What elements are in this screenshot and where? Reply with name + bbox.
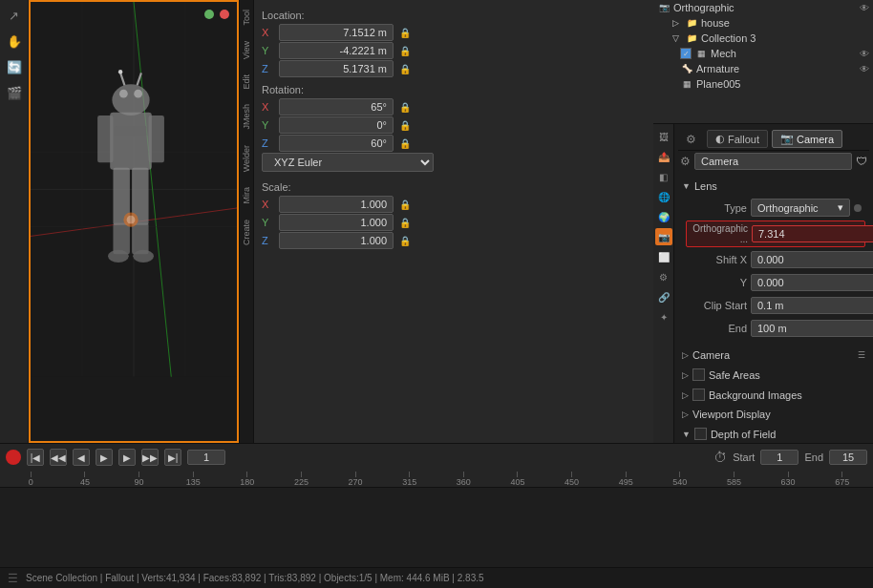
rotation-z-row: Z 🔒 bbox=[262, 135, 646, 152]
current-frame-input[interactable] bbox=[187, 450, 225, 465]
scale-z-input[interactable] bbox=[279, 232, 394, 249]
skip-start-button[interactable]: |◀ bbox=[27, 449, 44, 466]
lock-icon-sx: 🔒 bbox=[399, 200, 411, 210]
location-y-input[interactable] bbox=[279, 42, 394, 59]
type-dot[interactable] bbox=[854, 204, 862, 212]
ruler-marks: 0 45 90 135 180 225 270 315 360 405 450 … bbox=[4, 472, 869, 487]
record-button[interactable] bbox=[6, 450, 21, 465]
mesh-icon-mech: ▦ bbox=[694, 47, 708, 60]
physics-icon[interactable]: ⚙ bbox=[655, 268, 672, 285]
svg-point-23 bbox=[108, 250, 129, 262]
eye-icon-mech[interactable]: 👁 bbox=[860, 49, 869, 59]
next-frame-button[interactable]: ▶▶ bbox=[141, 449, 159, 466]
select-tool-icon[interactable]: ↗ bbox=[3, 4, 26, 27]
dof-header[interactable]: ▼ Depth of Field bbox=[678, 425, 869, 443]
shift-x-label: Shift X bbox=[690, 254, 747, 265]
object-icon[interactable]: ⬜ bbox=[655, 248, 672, 265]
start-frame-input[interactable] bbox=[760, 450, 798, 465]
cam-name-field[interactable]: Camera bbox=[694, 153, 852, 170]
mech-checkbox[interactable]: ✓ bbox=[680, 48, 692, 59]
safe-areas-header[interactable]: ▷ Safe Areas bbox=[678, 366, 869, 384]
ruler-mark-0: 0 bbox=[4, 472, 58, 487]
bg-images-header[interactable]: ▷ Background Images bbox=[678, 386, 869, 404]
scale-y-input[interactable] bbox=[279, 214, 394, 231]
tabs-strip: ⚙ ◐ Fallout 📷 Camera bbox=[678, 128, 869, 151]
skip-end-button[interactable]: ▶| bbox=[164, 449, 181, 466]
clip-start-input[interactable] bbox=[751, 297, 873, 314]
timeline-ruler: 0 45 90 135 180 225 270 315 360 405 450 … bbox=[0, 471, 873, 488]
view-layer-icon[interactable]: ◧ bbox=[655, 168, 672, 185]
location-y-row: Y 🔒 bbox=[262, 42, 646, 59]
viewport[interactable] bbox=[29, 0, 239, 443]
outliner-label-orthographic: Orthographic bbox=[673, 2, 735, 13]
settings-icon[interactable]: ⚙ bbox=[682, 131, 699, 148]
ruler-mark-450: 450 bbox=[544, 472, 599, 487]
cam-menu-icon[interactable]: ☰ bbox=[858, 350, 865, 360]
svg-line-20 bbox=[120, 73, 124, 85]
x-label: X bbox=[262, 27, 275, 38]
mode-tool[interactable]: Tool bbox=[240, 2, 253, 33]
play-button[interactable]: ▶ bbox=[96, 449, 113, 466]
location-x-input[interactable] bbox=[279, 24, 394, 41]
camera-tool-icon[interactable]: 🎬 bbox=[3, 81, 26, 104]
constraints-icon[interactable]: 🔗 bbox=[655, 288, 672, 305]
rotation-mode-select[interactable]: XYZ Euler bbox=[262, 153, 434, 172]
tab-fallout[interactable]: ◐ Fallout bbox=[707, 130, 768, 148]
ortho-value-input[interactable] bbox=[752, 225, 873, 242]
clip-end-input[interactable] bbox=[751, 320, 873, 337]
mode-welder[interactable]: Welder bbox=[240, 137, 253, 179]
mode-view[interactable]: View bbox=[240, 33, 253, 67]
type-dropdown[interactable]: Orthographic ▾ bbox=[751, 199, 850, 217]
outliner-item-mech[interactable]: ✓ ▦ Mech 👁 bbox=[653, 46, 873, 61]
end-frame-input[interactable] bbox=[829, 450, 867, 465]
scale-x-input[interactable] bbox=[279, 196, 394, 213]
mode-edit[interactable]: Edit bbox=[240, 67, 253, 97]
grab-tool-icon[interactable]: ✋ bbox=[3, 30, 26, 52]
world-icon[interactable]: 🌍 bbox=[655, 208, 672, 225]
rotation-z-input[interactable] bbox=[279, 135, 394, 152]
rotation-y-input[interactable] bbox=[279, 116, 394, 134]
right-column: 📷 Orthographic 👁 ▷ 📁 house ▽ 📁 Collectio… bbox=[653, 0, 873, 443]
fallout-tab-label: Fallout bbox=[728, 134, 759, 145]
scene-icon[interactable]: 🌐 bbox=[655, 188, 672, 205]
rotation-x-input[interactable] bbox=[279, 98, 394, 116]
rotate-tool-icon[interactable]: 🔄 bbox=[3, 55, 26, 78]
mode-mira[interactable]: Mira bbox=[240, 179, 253, 212]
location-z-input[interactable] bbox=[279, 60, 394, 77]
outliner-item-plane005[interactable]: ▦ Plane005 bbox=[653, 76, 873, 92]
outliner-item-house[interactable]: ▷ 📁 house bbox=[653, 15, 873, 31]
viewport-display-header[interactable]: ▷ Viewport Display bbox=[678, 406, 869, 423]
cam-header-icon: ⚙ bbox=[680, 155, 691, 168]
eye-icon-orthographic[interactable]: 👁 bbox=[860, 3, 869, 13]
ruler-mark-90: 90 bbox=[112, 472, 166, 487]
dof-checkbox[interactable] bbox=[694, 428, 707, 440]
eye-icon-armature[interactable]: 👁 bbox=[860, 64, 869, 74]
next-keyframe-button[interactable]: ▶ bbox=[118, 449, 136, 466]
timeline-body[interactable] bbox=[0, 488, 873, 567]
camera-collapse-header[interactable]: ▷ Camera ☰ bbox=[678, 346, 869, 364]
lock-icon: 🔒 bbox=[399, 28, 411, 38]
shift-x-input[interactable] bbox=[751, 251, 873, 268]
safe-areas-checkbox[interactable] bbox=[692, 368, 705, 381]
outliner-item-armature[interactable]: 🦴 Armature 👁 bbox=[653, 61, 873, 76]
tab-camera[interactable]: 📷 Camera bbox=[772, 130, 842, 148]
particles-icon[interactable]: ✦ bbox=[655, 308, 672, 326]
mode-jmesh[interactable]: JMesh bbox=[240, 96, 253, 137]
bg-images-checkbox[interactable] bbox=[692, 388, 705, 401]
collection-icon-house: 📁 bbox=[685, 16, 698, 30]
render-icon[interactable]: 🖼 bbox=[655, 128, 672, 145]
scale-x-row: X 🔒 bbox=[262, 196, 646, 213]
mode-create[interactable]: Create bbox=[240, 212, 253, 253]
svg-point-18 bbox=[134, 90, 142, 98]
outliner-item-collection3[interactable]: ▽ 📁 Collection 3 bbox=[653, 31, 873, 46]
viewport-display-icon: ▷ bbox=[682, 410, 689, 419]
lens-collapse-header[interactable]: ▼ Lens bbox=[678, 178, 869, 195]
outliner-item-orthographic[interactable]: 📷 Orthographic 👁 bbox=[653, 0, 873, 15]
prev-frame-button[interactable]: ◀◀ bbox=[50, 449, 67, 466]
output-icon[interactable]: 📤 bbox=[655, 148, 672, 165]
camera-prop-icon[interactable]: 📷 bbox=[655, 228, 672, 245]
shift-y-input[interactable] bbox=[751, 274, 873, 291]
outliner-label-armature: Armature bbox=[696, 63, 739, 74]
prev-keyframe-button[interactable]: ◀ bbox=[73, 449, 90, 466]
scale-y-row: Y 🔒 bbox=[262, 214, 646, 231]
